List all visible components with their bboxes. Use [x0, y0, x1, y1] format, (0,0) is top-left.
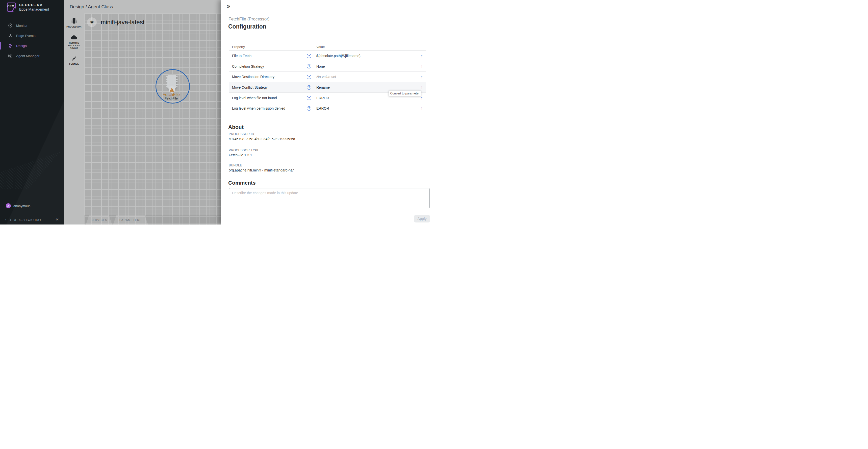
panel-title: Configuration [228, 23, 266, 30]
cem-logo-icon: CEM [7, 2, 16, 11]
tab-parameters[interactable]: PARAMETERS [113, 215, 148, 224]
node-name-label: FetchFile [155, 97, 188, 100]
convert-to-parameter-icon[interactable]: ↑ [421, 74, 423, 79]
property-name: Move Destination Directory [232, 75, 307, 79]
help-icon[interactable]: ? [307, 54, 311, 58]
palette-item-processor[interactable]: PROCESSOR [66, 18, 82, 28]
property-value[interactable]: None [316, 64, 325, 68]
avatar: A [6, 203, 11, 208]
panel-context-label: FetchFile (Processor) [228, 17, 269, 22]
tooltip: Convert to parameter [389, 90, 421, 96]
tab-services[interactable]: SERVICES [86, 215, 112, 224]
property-name: Move Conflict Strategy [232, 85, 307, 89]
help-icon[interactable]: ? [307, 96, 311, 100]
table-header-row: Property Value [229, 43, 426, 51]
comments-input[interactable] [229, 188, 430, 208]
chip-pin [176, 86, 178, 87]
brand-name: CLOUDΞRA [19, 3, 49, 7]
sidebar: CEM CLOUDΞRA Edge Management MonitorEdge… [0, 0, 64, 224]
sidebar-item-label: Monitor [16, 24, 28, 28]
help-icon[interactable]: ? [307, 64, 311, 68]
sidebar-item-label: Edge Events [16, 34, 36, 38]
table-row: Log level when permission denied?ERROR↑ [229, 103, 426, 114]
about-field-label: PROCESSOR TYPE [229, 149, 259, 152]
brand-product: Edge Management [19, 7, 49, 11]
property-name: Log level when file not found [232, 96, 307, 100]
help-icon[interactable]: ? [307, 106, 311, 111]
convert-to-parameter-icon[interactable]: ↑ [421, 96, 423, 100]
convert-to-parameter-icon[interactable]: ↑ [421, 85, 423, 90]
sidebar-item-label: Agent Manager [16, 54, 39, 58]
chip-icon [71, 18, 78, 24]
property-name: Completion Strategy [232, 64, 307, 68]
sidebar-nav: MonitorEdge EventsDesignAgent Manager [0, 21, 64, 61]
hub-icon [8, 33, 13, 38]
palette-item-remote-process-group[interactable]: REMOTE PROCESS GROUP [66, 34, 82, 50]
palette-item-label: PROCESSOR [66, 26, 82, 28]
flow-icon [8, 43, 13, 48]
user-row[interactable]: A anonymous [6, 203, 30, 208]
table-row: Completion Strategy?None↑ [229, 61, 426, 72]
chip-pin [166, 86, 168, 87]
convert-to-parameter-icon[interactable]: ↑ [421, 106, 423, 111]
gauge-icon [8, 23, 13, 28]
layers-icon [8, 53, 13, 58]
help-icon[interactable]: ? [307, 85, 311, 90]
about-field-label: PROCESSOR ID [229, 132, 254, 136]
chip-pin [176, 81, 178, 82]
sidebar-item-agent-manager[interactable]: Agent Manager [0, 51, 64, 61]
about-title: About [228, 124, 244, 130]
palette-item-funnel[interactable]: FUNNEL [66, 56, 82, 65]
help-icon[interactable]: ? [307, 75, 311, 79]
funnel-icon [71, 56, 77, 61]
panel-collapse-icon[interactable]: » [226, 2, 230, 10]
component-palette: PROCESSORREMOTE PROCESS GROUPFUNNEL [64, 13, 84, 224]
about-field-value: c0745798-2968-4b02-a4fe-52e27999585a [229, 137, 295, 141]
property-value[interactable]: No value set [316, 75, 336, 79]
configuration-panel: » FetchFile (Processor) Configuration Pr… [221, 0, 434, 224]
version-label: 1.4.0.0-SNAPSHOT [5, 219, 42, 222]
property-value[interactable]: ERROR [316, 96, 329, 100]
apply-button[interactable]: Apply [414, 215, 430, 222]
sidebar-collapse-icon[interactable]: « [56, 216, 59, 221]
chip-pin [166, 81, 168, 82]
logo-acronym: CEM [7, 4, 14, 8]
property-value[interactable]: Rename [316, 85, 330, 89]
table-row: File to Fetch?${absolute.path}/${filenam… [229, 51, 426, 61]
convert-to-parameter-icon[interactable]: ↑ [421, 54, 423, 58]
user-name: anonymous [13, 204, 30, 208]
chip-pin [166, 84, 168, 85]
convert-to-parameter-icon[interactable]: ↑ [421, 64, 423, 69]
palette-item-label: FUNNEL [66, 63, 82, 65]
property-name: Log level when permission denied [232, 106, 307, 110]
node-type-label: FetchFile [155, 92, 188, 97]
palette-item-label: REMOTE PROCESS GROUP [66, 42, 82, 50]
property-name: File to Fetch [232, 54, 307, 58]
processor-node-fetchfile[interactable]: FetchFile FetchFile [156, 69, 190, 103]
sidebar-item-monitor[interactable]: Monitor [0, 21, 64, 31]
app-screen: CEM CLOUDΞRA Edge Management MonitorEdge… [0, 0, 434, 224]
cloud-icon [70, 34, 78, 40]
tab-label: PARAMETERS [119, 218, 142, 221]
comments-title: Comments [228, 180, 256, 186]
chip-pin [176, 84, 178, 85]
table-row: Move Destination Directory?No value set↑ [229, 72, 426, 82]
flow-title-row: ✱ minifi-java-latest [87, 18, 145, 27]
about-field-value: FetchFile 1.3.1 [229, 153, 252, 157]
sidebar-item-label: Design [16, 44, 27, 48]
chip-pin [176, 76, 178, 77]
about-field-label: BUNDLE [229, 163, 242, 167]
chip-pin [176, 79, 178, 80]
chip-pin [166, 79, 168, 80]
properties-table: Property Value File to Fetch?${absolute.… [229, 43, 426, 114]
value-column-header: Value [316, 45, 325, 49]
chip-pin [166, 76, 168, 77]
sidebar-item-edge-events[interactable]: Edge Events [0, 31, 64, 41]
about-field-value: org.apache.nifi.minifi - minifi-standard… [229, 168, 294, 172]
property-column-header: Property [232, 45, 307, 49]
tab-label: SERVICES [91, 218, 107, 221]
sidebar-item-design[interactable]: Design [0, 41, 64, 51]
property-value[interactable]: ERROR [316, 106, 329, 110]
property-value[interactable]: ${absolute.path}/${filename} [316, 54, 361, 58]
flow-title: minifi-java-latest [101, 19, 145, 26]
